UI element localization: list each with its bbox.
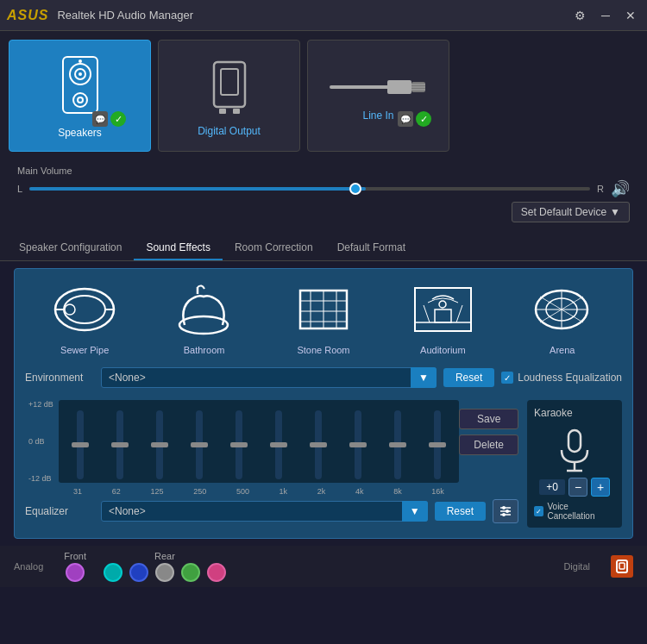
eq-select-wrapper: <None> ▼ xyxy=(101,501,428,522)
tab-room-correction[interactable]: Room Correction xyxy=(223,236,325,260)
device-tab-linein[interactable]: 💬 ✓ Line In xyxy=(307,40,449,152)
jack-rear-teal[interactable] xyxy=(104,563,122,582)
stone-room-icon xyxy=(289,279,358,340)
karaoke-panel: Karaoke +0 − + ✓ Voice Cancellation xyxy=(527,400,622,528)
environment-reset-button[interactable]: Reset xyxy=(443,368,494,387)
tab-default-format[interactable]: Default Format xyxy=(325,236,418,260)
speakers-badges: 💬 ✓ xyxy=(92,111,126,127)
eq-bar-62 xyxy=(102,410,138,479)
volume-fill xyxy=(29,187,366,191)
env-sewer-pipe[interactable]: Sewer Pipe xyxy=(50,279,119,355)
svg-rect-53 xyxy=(619,563,625,569)
eq-bar-31 xyxy=(62,410,98,479)
environment-icons: Sewer Pipe Bathroom xyxy=(25,279,622,355)
eq-slider-500[interactable] xyxy=(236,410,242,479)
svg-rect-12 xyxy=(387,80,411,94)
front-group: Front xyxy=(64,551,86,582)
tab-navigation: Speaker Configuration Sound Effects Room… xyxy=(0,236,647,261)
voice-cancel-check-icon: ✓ xyxy=(534,506,543,516)
analog-label: Analog xyxy=(14,561,43,572)
settings-button[interactable]: ⚙ xyxy=(570,7,590,24)
device-tab-speakers[interactable]: 💬 ✓ Speakers xyxy=(9,40,151,152)
tab-sound-effects[interactable]: Sound Effects xyxy=(134,236,223,260)
env-bathroom[interactable]: Bathroom xyxy=(170,279,239,355)
volume-slider[interactable] xyxy=(29,183,590,195)
eq-db-label-high: +12 dB xyxy=(28,400,53,409)
environment-label: Environment xyxy=(25,372,94,384)
loudness-equalization-checkbox[interactable]: ✓ Loudness Equalization xyxy=(501,372,622,384)
eq-bar-2k xyxy=(300,410,336,479)
digital-output-small-icon xyxy=(615,559,629,574)
eq-frequency-labels: 31 62 125 250 500 1k 2k 4k 8k 16k xyxy=(59,485,460,496)
eq-actions: Save Delete xyxy=(459,400,518,455)
microphone-icon xyxy=(553,426,596,478)
device-tabs: 💬 ✓ Speakers Digital Output xyxy=(9,40,638,152)
eq-slider-2k[interactable] xyxy=(315,410,322,479)
eq-advanced-button[interactable] xyxy=(493,499,518,523)
eq-slider-62[interactable] xyxy=(116,410,123,479)
jack-rear-blue[interactable] xyxy=(129,563,148,582)
eq-bar-1k xyxy=(261,410,297,479)
stone-room-label: Stone Room xyxy=(297,345,349,355)
main-panel-wrapper: Sewer Pipe Bathroom xyxy=(0,261,647,539)
eq-delete-button[interactable]: Delete xyxy=(459,435,518,455)
freq-500: 500 xyxy=(236,487,249,496)
default-device-button[interactable]: Set Default Device ▼ xyxy=(512,202,630,222)
eq-save-button[interactable]: Save xyxy=(459,409,518,429)
eq-db-labels: +12 dB 0 dB -12 dB xyxy=(25,400,57,483)
eq-slider-31[interactable] xyxy=(77,410,84,479)
eq-slider-250[interactable] xyxy=(196,410,203,479)
active-badge: ✓ xyxy=(110,111,126,127)
jack-rear-green[interactable] xyxy=(181,563,200,582)
rear-group: Rear xyxy=(104,551,226,582)
jack-rear-gray[interactable] xyxy=(155,563,174,582)
title-bar: ASUS Realtek HD Audio Manager ⚙ ─ ✕ xyxy=(0,0,647,31)
environment-select[interactable]: <None> xyxy=(101,367,437,388)
voice-cancellation-checkbox[interactable]: ✓ Voice Cancellation xyxy=(534,502,615,521)
asus-logo: ASUS xyxy=(7,8,48,23)
env-stone-room[interactable]: Stone Room xyxy=(289,279,358,355)
equalizer-reset-button[interactable]: Reset xyxy=(435,502,486,521)
close-button[interactable]: ✕ xyxy=(621,7,640,24)
minimize-button[interactable]: ─ xyxy=(597,7,614,24)
eq-slider-1k[interactable] xyxy=(275,410,282,479)
jack-front-purple[interactable] xyxy=(66,563,85,582)
svg-point-18 xyxy=(64,296,105,323)
env-arena[interactable]: Arena xyxy=(528,279,597,355)
volume-title: Main Volume xyxy=(17,166,630,176)
volume-row: L R 🔊 xyxy=(17,179,630,198)
freq-125: 125 xyxy=(150,487,163,496)
bathroom-icon xyxy=(170,279,239,340)
line-in-icon xyxy=(327,70,430,104)
eq-bars-wrapper: +12 dB 0 dB -12 dB xyxy=(25,400,518,496)
env-auditorium[interactable]: Auditorium xyxy=(408,279,477,355)
loudness-check-icon: ✓ xyxy=(501,372,513,384)
digital-icon[interactable] xyxy=(611,555,633,578)
freq-31: 31 xyxy=(73,487,82,496)
eq-slider-16k[interactable] xyxy=(434,410,441,479)
device-tabs-section: 💬 ✓ Speakers Digital Output xyxy=(0,31,647,236)
eq-slider-4k[interactable] xyxy=(355,410,361,479)
karaoke-minus-button[interactable]: − xyxy=(568,478,587,497)
tab-speaker-config[interactable]: Speaker Configuration xyxy=(7,236,134,260)
karaoke-plus-button[interactable]: + xyxy=(591,478,610,497)
default-device-label: Set Default Device xyxy=(521,206,606,218)
environment-select-wrapper: <None> ▼ xyxy=(101,367,437,388)
app-title: Realtek HD Audio Manager xyxy=(57,9,570,22)
window-controls: ⚙ ─ ✕ xyxy=(570,7,640,24)
rear-jacks xyxy=(104,563,226,582)
svg-rect-9 xyxy=(219,109,226,114)
equalizer-select[interactable]: <None> xyxy=(101,501,428,522)
volume-thumb[interactable] xyxy=(349,183,361,195)
dropdown-arrow-icon: ▼ xyxy=(610,206,620,218)
eq-slider-125[interactable] xyxy=(156,410,163,479)
eq-bar-4k xyxy=(340,410,376,479)
front-label: Front xyxy=(64,551,86,561)
device-tab-digital[interactable]: Digital Output xyxy=(158,40,300,152)
svg-rect-33 xyxy=(435,309,451,322)
line-in-label: Line In xyxy=(362,109,393,122)
eq-slider-8k[interactable] xyxy=(394,410,401,479)
jack-rear-pink[interactable] xyxy=(207,563,226,582)
arena-icon xyxy=(528,279,597,340)
auditorium-label: Auditorium xyxy=(420,345,466,355)
